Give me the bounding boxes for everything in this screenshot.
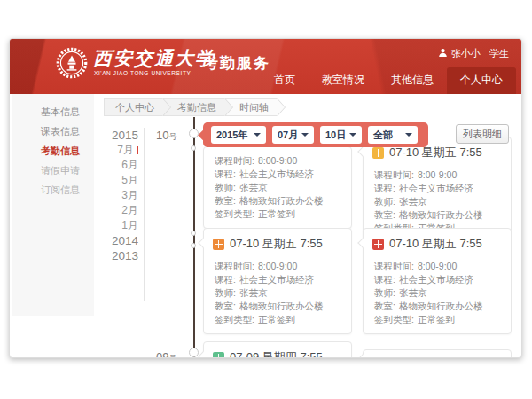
period-june[interactable]: 6月	[96, 158, 138, 173]
list-detail-button[interactable]: 列表明细	[456, 124, 509, 144]
timeline-node	[191, 231, 196, 236]
field-value: 格物致知行政办公楼	[239, 195, 324, 206]
university-name-cn: 西安交通大学	[93, 46, 215, 71]
field-label: 课程:	[374, 274, 395, 285]
filter-bar: 2015年 07月 10日 全部	[203, 122, 428, 147]
field-value: 正常签到	[418, 314, 455, 325]
app-window: 西安交通大学 XI'AN JIAO TONG UNIVERSITY 考勤服务 张…	[9, 38, 522, 358]
field-label: 签到类型:	[374, 314, 414, 325]
field-value: 8:00-9:00	[258, 155, 297, 166]
user-icon	[438, 48, 448, 59]
day-select-value: 10日	[325, 129, 346, 142]
university-name-en: XI'AN JIAO TONG UNIVERSITY	[94, 70, 191, 76]
type-select[interactable]: 全部	[368, 126, 418, 144]
breadcrumb-personal-center[interactable]: 个人中心	[104, 98, 163, 116]
period-july[interactable]: 7月	[96, 143, 138, 158]
breadcrumb-attendance-info[interactable]: 考勤信息	[163, 98, 225, 116]
period-2014[interactable]: 2014	[96, 233, 138, 248]
chevron-down-icon	[301, 133, 309, 137]
field-label: 课程时间:	[215, 155, 254, 166]
period-january[interactable]: 1月	[96, 218, 138, 233]
field-value: 8:00-9:00	[418, 261, 457, 271]
chevron-down-icon	[349, 133, 356, 137]
breadcrumb: 个人中心 考勤信息 时间轴	[104, 98, 278, 116]
field-value: 社会主义市场经济	[239, 168, 314, 179]
year-select[interactable]: 2015年	[211, 126, 266, 144]
period-2015[interactable]: 2015	[96, 128, 138, 143]
field-label: 课程:	[215, 168, 236, 179]
timeline-node	[191, 145, 196, 151]
calendar-icon	[372, 147, 384, 159]
period-may[interactable]: 5月	[96, 173, 138, 188]
sidebar-item-attendance-info[interactable]: 考勤信息	[12, 141, 94, 160]
field-label: 教室:	[374, 209, 395, 220]
app-header: 西安交通大学 XI'AN JIAO TONG UNIVERSITY 考勤服务 张…	[10, 39, 521, 94]
field-value: 社会主义市场经济	[239, 274, 314, 285]
field-value: 社会主义市场经济	[399, 183, 473, 193]
field-label: 教师:	[374, 196, 395, 207]
field-value: 8:00-9:00	[418, 169, 457, 180]
field-label: 教师:	[215, 287, 236, 298]
sidebar-item-subscription-info[interactable]: 订阅信息	[12, 180, 94, 200]
attendance-card: 07-09 星期四 7:55	[203, 341, 352, 358]
card-date: 07-09 星期四 7:55	[230, 349, 323, 358]
field-value: 格物致知行政办公楼	[399, 301, 483, 311]
chevron-down-icon	[405, 133, 412, 137]
field-value: 张芸京	[399, 287, 427, 298]
field-label: 教室:	[215, 301, 236, 311]
field-label: 教室:	[374, 301, 395, 311]
field-label: 签到类型:	[215, 208, 254, 219]
user-role: 学生	[489, 47, 509, 60]
calendar-icon	[213, 352, 224, 359]
attendance-card: 课程时间:8:00-9:00 课程:社会主义市场经济 教师:张芸京 教室:格物致…	[203, 146, 352, 229]
nav-personal-center[interactable]: 个人中心	[447, 67, 516, 94]
day-marker-09: 09号	[156, 348, 176, 358]
filter-bar-tail	[198, 129, 209, 141]
field-label: 教室:	[215, 195, 236, 206]
field-value: 正常签到	[258, 314, 295, 325]
day-select[interactable]: 10日	[320, 126, 362, 144]
field-label: 课程时间:	[374, 169, 414, 180]
nav-home[interactable]: 首页	[261, 67, 309, 94]
field-label: 课程:	[374, 183, 395, 193]
calendar-icon	[372, 239, 384, 250]
timeline-node	[191, 243, 196, 248]
field-label: 教师:	[215, 182, 236, 192]
card-tail	[357, 354, 367, 358]
period-february[interactable]: 2月	[96, 203, 138, 218]
period-divider	[144, 128, 145, 301]
period-march[interactable]: 3月	[96, 188, 138, 203]
chevron-down-icon	[254, 133, 261, 137]
nav-other-info[interactable]: 其他信息	[378, 67, 447, 94]
nav-classroom-status[interactable]: 教室情况	[309, 67, 378, 94]
attendance-card: 07-10 星期五 7:55 课程时间:8:00-9:00 课程:社会主义市场经…	[363, 137, 512, 243]
main-nav: 首页 教室情况 其他信息 个人中心	[261, 67, 516, 94]
attendance-card: 07-10 星期五 7:55 课程时间:8:00-9:00 课程:社会主义市场经…	[363, 228, 512, 334]
user-info[interactable]: 张小小 学生	[438, 47, 509, 60]
field-label: 教师:	[374, 287, 395, 298]
timeline-node	[189, 129, 199, 138]
field-value: 格物致知行政办公楼	[239, 301, 324, 311]
day-marker-10: 10号	[156, 127, 176, 143]
field-label: 课程:	[215, 274, 236, 285]
attendance-card-partial	[363, 349, 512, 358]
field-label: 签到类型:	[215, 314, 254, 325]
field-value: 格物致知行政办公楼	[399, 209, 483, 220]
period-list: 2015 7月 6月 5月 3月 2月 1月 2014 2013	[96, 128, 138, 263]
period-2013[interactable]: 2013	[96, 248, 138, 263]
sidebar-item-leave-request[interactable]: 请假申请	[12, 160, 94, 180]
field-value: 张芸京	[239, 182, 268, 192]
field-value: 社会主义市场经济	[399, 274, 473, 285]
field-value: 正常签到	[258, 208, 295, 219]
attendance-card: 07-10 星期五 7:55 课程时间:8:00-9:00 课程:社会主义市场经…	[203, 228, 352, 334]
university-logo-icon	[56, 47, 88, 79]
month-select-value: 07月	[278, 129, 298, 142]
year-select-value: 2015年	[216, 129, 247, 142]
month-select[interactable]: 07月	[272, 126, 314, 144]
sidebar: 基本信息 课表信息 考勤信息 请假申请 订阅信息	[12, 94, 94, 316]
sidebar-item-timetable-info[interactable]: 课表信息	[12, 121, 94, 141]
field-value: 张芸京	[399, 196, 427, 207]
field-value: 8:00-9:00	[258, 261, 297, 271]
field-label: 课程时间:	[215, 261, 254, 271]
sidebar-item-basic-info[interactable]: 基本信息	[12, 102, 94, 121]
